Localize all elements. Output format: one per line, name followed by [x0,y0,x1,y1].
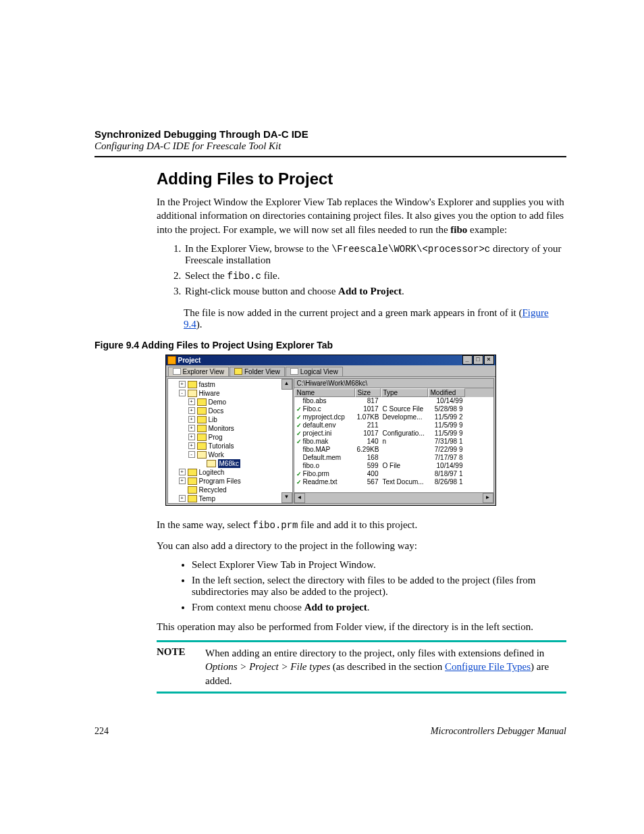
bullet-3-a: From context menu choose [192,602,304,613]
tree-label: Temp [199,494,215,503]
tree-toggle[interactable]: + [188,398,195,405]
tree-label: Work [209,450,224,459]
tree-label: Recycled [199,486,227,494]
result-text-b: ). [196,319,203,330]
in-project-check-icon: ✓ [296,438,302,445]
tree-node[interactable]: +Tutorials [169,442,283,450]
file-row[interactable]: ✓myproject.dcp1.07KBDevelopme...11/5/99 … [294,413,493,421]
folder-icon [188,495,197,502]
file-row[interactable]: ✓Fibo.prm4008/18/97 1 [294,470,493,478]
file-row[interactable]: ✓Readme.txt567Text Docum...8/26/98 1 [294,478,493,486]
hscroll-right[interactable]: ► [483,493,493,503]
tree-node[interactable]: -Work [169,450,283,459]
tree-node[interactable]: +Monitors [169,424,283,433]
file-row[interactable]: ✓fibo.mak140n7/31/98 1 [294,438,493,446]
book-title: Microcontrollers Debugger Manual [431,726,566,737]
minimize-button[interactable]: _ [462,355,473,365]
tree-node[interactable]: Recycled [169,486,283,494]
tree-toggle[interactable]: + [188,442,195,449]
maximize-button[interactable]: □ [473,355,483,365]
tab-folder-view[interactable]: Folder View [230,367,285,376]
tree-label: Tutorials [209,442,234,450]
result-paragraph: The file is now added in the current pro… [184,307,566,330]
tab-logical-view[interactable]: Logical View [286,367,343,376]
tree-toggle[interactable]: - [188,451,195,458]
folder-icon [207,460,216,467]
tree-node[interactable]: +fastm [169,380,283,389]
file-row[interactable]: ✓project.ini1017Configuratio...11/5/99 9 [294,429,493,438]
steps-list: In the Explorer View, browse to the \Fre… [157,243,566,297]
tree-toggle[interactable]: + [179,469,186,475]
hscroll-left[interactable]: ◄ [294,493,305,503]
col-modified[interactable]: Modified [428,388,465,397]
file-row[interactable]: fibo.abs81710/14/99 [294,397,493,405]
list-horizontal-scrollbar[interactable]: ◄ ► [294,492,493,503]
tree-node[interactable]: -Hiware [169,389,283,398]
tree-label: M68kc [218,459,240,468]
folder-icon [188,477,197,485]
bullet-3-bold: Add to project [304,602,367,613]
app-icon [167,356,176,365]
after-figure-para-1: In the same way, select fibo.prm file an… [157,518,566,532]
after-figure-para-2: You can also add a directory to the proj… [157,539,566,552]
tree-node[interactable]: +Temp [169,494,283,503]
tree-node[interactable]: M68kc [169,459,283,468]
in-project-check-icon: ✓ [296,406,302,413]
view-tabbar: Explorer View Folder View Logical View [166,365,495,377]
running-header-subtitle: Configuring DA-C IDE for Freescale Tool … [95,140,566,152]
folder-icon [188,381,197,388]
file-row[interactable]: ✓default.env21111/5/99 9 [294,421,493,429]
tab-explorer-view[interactable]: Explorer View [168,367,230,376]
tree-toggle[interactable]: + [188,425,195,432]
tree-label: Program Files [199,477,241,486]
tree-toggle[interactable]: + [188,434,195,440]
in-project-check-icon: ✓ [296,430,302,437]
tree-node[interactable]: +Demo [169,398,283,407]
tree-scroll-up[interactable]: ▲ [281,379,292,390]
file-row[interactable]: fibo.o599O File10/14/99 [294,462,493,470]
note-text-1: When adding an entire directory to the p… [205,648,544,658]
step-1: In the Explorer View, browse to the \Fre… [184,243,566,266]
tree-pane[interactable]: ▲ +fastm-Hiware+Demo+Docs+Lib+Monitors+P… [167,378,293,504]
tree-node[interactable]: +Docs [169,407,283,415]
tree-toggle[interactable]: + [188,407,195,414]
col-name[interactable]: Name [294,388,355,397]
tree-toggle[interactable]: + [179,477,186,484]
step-2: Select the fibo.c file. [184,270,566,282]
tab-folder-label: Folder View [244,368,280,375]
tree-node[interactable]: +Prog [169,433,283,442]
after1-code: fibo.prm [252,520,298,531]
tree-label: fastm [199,380,215,389]
tree-toggle[interactable]: + [179,381,186,388]
tree-toggle[interactable]: + [179,495,186,502]
close-button[interactable]: × [484,355,494,365]
running-header-chapter: Synchronized Debugging Through DA-C IDE [95,128,566,140]
folder-tab-icon [234,368,242,375]
tree-toggle[interactable]: - [179,390,186,396]
tree-toggle[interactable]: + [188,416,195,423]
col-type[interactable]: Type [381,388,428,397]
tree-label: Logitech [199,468,225,477]
tab-logical-label: Logical View [300,368,338,375]
file-row[interactable]: Default.mem1687/17/97 8 [294,454,493,462]
tree-node[interactable]: +Logitech [169,468,283,477]
step-3-text-b: . [402,286,404,296]
note-text-2a: (as described in the section [330,661,445,672]
file-row[interactable]: ✓Fibo.c1017C Source File5/28/98 9 [294,405,493,413]
configure-file-types-link[interactable]: Configure File Types [445,661,531,672]
tree-label: Hiware [199,389,220,398]
file-row[interactable]: fibo.MAP6.29KB7/22/99 9 [294,446,493,454]
intro-bold: fibo [450,224,467,235]
tree-node[interactable]: +Program Files [169,477,283,486]
list-pane[interactable]: C:\Hiware\Work\M68kc\ Name Size Type Mod… [294,378,494,504]
step-2-text-b: file. [261,270,280,281]
bullet-3-b: . [367,602,370,613]
col-size[interactable]: Size [355,388,381,397]
after-figure-para-3: This operation may also be performed fro… [157,620,566,633]
tree-node[interactable]: +Lib [169,415,283,424]
current-path: C:\Hiware\Work\M68kc\ [294,379,493,388]
step-2-text-a: Select the [185,270,227,281]
tree-scroll-down[interactable]: ▼ [281,492,292,503]
step-3: Right-click mouse button and choose Add … [184,286,566,297]
bullet-list: Select Explorer View Tab in Project Wind… [157,559,566,613]
